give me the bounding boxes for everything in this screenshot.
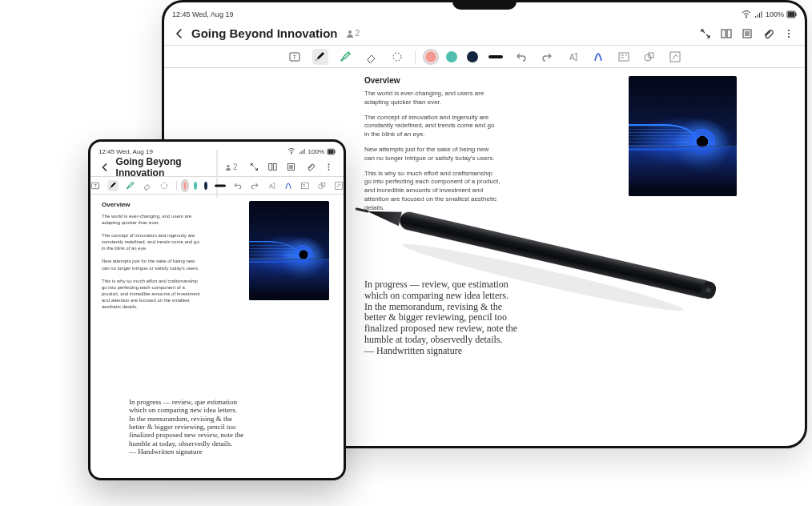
undo-button[interactable] (513, 49, 529, 65)
reading-mode-button[interactable] (718, 26, 734, 42)
back-button[interactable] (172, 26, 187, 41)
color-teal[interactable] (446, 51, 457, 62)
fullscreen-button[interactable] (697, 26, 714, 42)
car-wheel-shape (689, 129, 715, 155)
note-title: Going Beyong Innovation (116, 156, 217, 179)
overview-block: Overview The world is ever-changing, and… (102, 201, 201, 316)
battery-pct: 100% (766, 10, 784, 18)
text-style-tool[interactable]: A (267, 180, 276, 191)
participants-badge[interactable]: 2 (225, 163, 238, 171)
stroke-preview[interactable] (215, 180, 226, 191)
overview-p3: New attempts just for the sake of being … (102, 258, 201, 271)
svg-point-42 (328, 163, 330, 165)
svg-rect-6 (727, 30, 731, 38)
svg-point-12 (788, 32, 790, 34)
wifi-icon (287, 148, 295, 155)
convert-tool[interactable] (334, 180, 344, 191)
pen-tool[interactable] (107, 180, 119, 191)
eraser-tool[interactable] (364, 49, 380, 65)
color-navy[interactable] (467, 51, 478, 62)
car-wheel-shape (294, 245, 313, 264)
note-header: Going Beyond Innovation 2 (164, 22, 805, 46)
svg-point-16 (393, 53, 401, 61)
svg-point-11 (788, 29, 790, 30)
shapes-tool[interactable] (317, 180, 327, 191)
highlighter-tool[interactable] (126, 180, 135, 191)
overview-p1: The world is ever-changing, and users ar… (102, 213, 201, 226)
highlighter-tool[interactable] (338, 49, 354, 65)
svg-rect-50 (302, 183, 309, 189)
svg-rect-48 (215, 184, 226, 187)
svg-rect-25 (670, 52, 680, 62)
easy-writing-tool[interactable] (283, 180, 293, 191)
shapes-tool[interactable] (641, 49, 657, 65)
status-right: 100% (742, 10, 797, 18)
signal-icon (754, 10, 762, 18)
svg-point-31 (291, 153, 292, 155)
back-button[interactable] (98, 160, 111, 175)
color-teal[interactable] (194, 182, 197, 190)
overview-p2: The concept of innovation and ingenuity … (364, 114, 500, 139)
attach-button[interactable] (760, 26, 776, 42)
handwriting-block: In progress — review, que estimation whi… (129, 398, 313, 456)
color-coral[interactable] (183, 182, 187, 190)
color-navy[interactable] (204, 182, 207, 190)
svg-text:A: A (269, 183, 273, 190)
text-tool[interactable]: T (90, 180, 100, 191)
note-image-car[interactable] (629, 76, 737, 196)
handwriting-block: In progress — review, que estimation whi… (364, 279, 621, 357)
overview-heading: Overview (102, 201, 201, 208)
svg-point-35 (227, 164, 229, 167)
battery-icon (328, 149, 336, 155)
attach-button[interactable] (303, 159, 316, 175)
convert-tool[interactable] (667, 49, 683, 65)
note-page[interactable]: Overview The world is ever-changing, and… (97, 198, 337, 472)
battery-icon (787, 11, 797, 18)
redo-button[interactable] (250, 180, 259, 191)
svg-point-44 (328, 169, 330, 171)
svg-rect-3 (795, 13, 797, 16)
svg-text:T: T (292, 54, 296, 60)
overview-heading: Overview (364, 76, 500, 85)
toolbar: T A (164, 46, 805, 68)
svg-rect-37 (273, 164, 276, 171)
note-title: Going Beyond Innovation (191, 26, 338, 40)
reading-mode-button[interactable] (266, 159, 279, 175)
color-coral[interactable] (425, 51, 436, 62)
align-tool[interactable] (616, 49, 632, 65)
svg-point-43 (328, 167, 330, 168)
lasso-tool[interactable] (159, 180, 169, 191)
svg-text:T: T (94, 183, 97, 188)
note-image-car[interactable] (249, 201, 329, 300)
easy-writing-tool[interactable] (590, 49, 606, 65)
text-style-tool[interactable]: A (565, 49, 581, 65)
car-body-shape (249, 241, 299, 263)
participants-badge[interactable]: 2 (346, 29, 360, 38)
more-button[interactable] (322, 159, 336, 175)
text-tool[interactable]: T (287, 49, 303, 65)
undo-button[interactable] (233, 180, 243, 191)
car-body-shape (629, 124, 696, 151)
status-time: 12:45 Wed, Aug 19 (98, 148, 153, 155)
redo-button[interactable] (539, 49, 555, 65)
tablet-notch (452, 2, 517, 10)
wifi-icon (742, 10, 751, 18)
status-time: 12:45 Wed, Aug 19 (172, 10, 233, 18)
stroke-preview[interactable] (488, 49, 504, 65)
overview-p1: The world is ever-changing, and users ar… (364, 90, 500, 107)
participants-count: 2 (233, 163, 238, 171)
participants-count: 2 (356, 29, 360, 38)
svg-rect-33 (328, 150, 334, 154)
align-tool[interactable] (300, 180, 310, 191)
overview-p4: This is why so much effort and craftsman… (102, 278, 201, 310)
pen-tool[interactable] (312, 49, 328, 65)
fold-device: 12:45 Wed, Aug 19 100% Going Beyong Inno… (88, 139, 346, 480)
fullscreen-button[interactable] (247, 159, 260, 175)
page-list-button[interactable] (284, 159, 298, 175)
page-list-button[interactable] (739, 26, 755, 42)
signal-icon (299, 148, 305, 155)
eraser-tool[interactable] (143, 180, 152, 191)
more-button[interactable] (781, 26, 797, 42)
lasso-tool[interactable] (389, 49, 405, 65)
svg-point-47 (161, 183, 167, 189)
